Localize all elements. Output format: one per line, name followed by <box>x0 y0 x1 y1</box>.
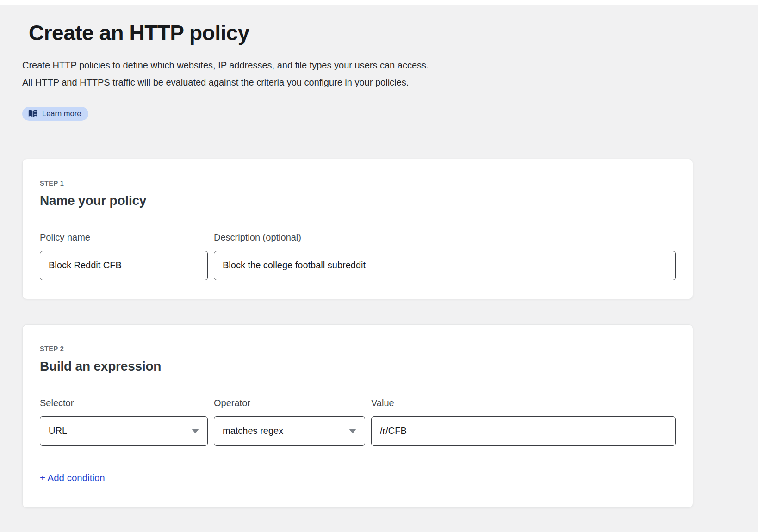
step2-card: STEP 2 Build an expression Selector URL … <box>22 324 693 508</box>
step1-fields-row: Policy name Description (optional) <box>40 232 676 280</box>
chevron-down-icon <box>192 429 199 433</box>
create-http-policy-page: Create an HTTP policy Create HTTP polici… <box>0 21 758 508</box>
page-title: Create an HTTP policy <box>29 21 693 45</box>
operator-label: Operator <box>214 398 365 408</box>
learn-more-label: Learn more <box>42 109 81 118</box>
policy-name-input[interactable] <box>40 251 208 280</box>
top-edge-strip <box>0 0 758 5</box>
add-condition-link[interactable]: + Add condition <box>40 472 105 483</box>
selector-dropdown[interactable]: URL <box>40 416 208 446</box>
page-description-line1: Create HTTP policies to define which web… <box>22 60 429 70</box>
step1-heading: Name your policy <box>40 193 676 208</box>
expression-builder-row: Selector URL Operator matches regex Valu… <box>40 398 676 446</box>
page-description: Create HTTP policies to define which web… <box>22 57 693 91</box>
selector-selected-value: URL <box>49 426 67 436</box>
operator-dropdown[interactable]: matches regex <box>214 416 365 446</box>
policy-name-field: Policy name <box>40 232 208 280</box>
selector-field: Selector URL <box>40 398 208 446</box>
description-input[interactable] <box>214 251 676 280</box>
value-label: Value <box>371 398 676 408</box>
value-field: Value <box>371 398 676 446</box>
book-icon <box>28 110 37 118</box>
description-label: Description (optional) <box>214 232 676 243</box>
value-input[interactable] <box>371 416 676 446</box>
step2-label: STEP 2 <box>40 345 676 353</box>
step1-card: STEP 1 Name your policy Policy name Desc… <box>22 159 693 299</box>
policy-name-label: Policy name <box>40 232 208 243</box>
step2-heading: Build an expression <box>40 359 676 374</box>
operator-selected-value: matches regex <box>223 426 283 436</box>
operator-field: Operator matches regex <box>214 398 365 446</box>
step1-label: STEP 1 <box>40 179 676 187</box>
chevron-down-icon <box>349 429 356 433</box>
description-field: Description (optional) <box>214 232 676 280</box>
page-description-line2: All HTTP and HTTPS traffic will be evalu… <box>22 77 409 87</box>
learn-more-button[interactable]: Learn more <box>22 107 88 121</box>
selector-label: Selector <box>40 398 208 408</box>
